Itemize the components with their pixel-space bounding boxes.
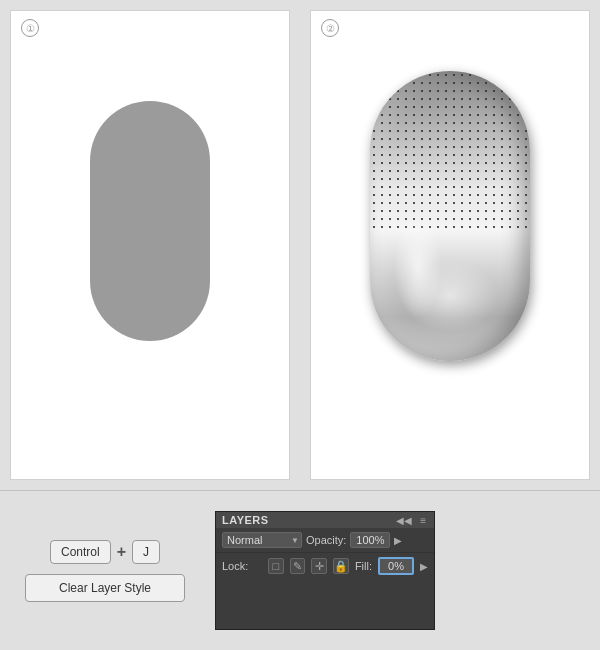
- lock-icon-all[interactable]: 🔒: [333, 558, 349, 574]
- canvas-area: ① ②: [0, 0, 600, 490]
- layers-panel: LAYERS ◀◀ ≡ Normal Dissolve Multiply Scr…: [215, 511, 435, 630]
- blend-opacity-row: Normal Dissolve Multiply Screen Overlay …: [216, 528, 434, 553]
- layers-title: LAYERS: [222, 514, 269, 526]
- blend-mode-select[interactable]: Normal Dissolve Multiply Screen Overlay: [222, 532, 302, 548]
- opacity-arrow[interactable]: ▶: [394, 535, 402, 546]
- lock-icon-brush[interactable]: ✎: [290, 558, 306, 574]
- plus-separator: +: [117, 543, 126, 561]
- simple-pill: [90, 101, 210, 341]
- opacity-input[interactable]: [350, 532, 390, 548]
- lock-fill-row: Lock: □ ✎ ✛ 🔒 Fill: ▶: [216, 553, 434, 579]
- layers-controls: ◀◀ ≡: [394, 515, 428, 526]
- metallic-pill: [370, 71, 530, 361]
- pill-bottom-shine: [402, 260, 498, 333]
- blend-mode-wrapper: Normal Dissolve Multiply Screen Overlay …: [222, 532, 302, 548]
- bottom-bar: Control + J Clear Layer Style LAYERS ◀◀ …: [0, 490, 600, 650]
- canvas-panel-1: ①: [10, 10, 290, 480]
- opacity-label: Opacity:: [306, 534, 346, 546]
- lock-label: Lock:: [222, 560, 262, 572]
- fill-label: Fill:: [355, 560, 372, 572]
- canvas-panel-2: ②: [310, 10, 590, 480]
- fill-input[interactable]: [378, 557, 414, 575]
- menu-icon[interactable]: ≡: [418, 515, 428, 526]
- panel-number-2: ②: [321, 19, 339, 37]
- j-key[interactable]: J: [132, 540, 160, 564]
- layers-header: LAYERS ◀◀ ≡: [216, 512, 434, 528]
- dots-overlay: [370, 71, 530, 231]
- control-key[interactable]: Control: [50, 540, 111, 564]
- shortcut-row: Control + J: [50, 540, 160, 564]
- lock-icon-move[interactable]: ✛: [311, 558, 327, 574]
- clear-layer-style-button[interactable]: Clear Layer Style: [25, 574, 185, 602]
- left-controls: Control + J Clear Layer Style: [15, 501, 195, 640]
- fill-arrow[interactable]: ▶: [420, 561, 428, 572]
- panel-number-1: ①: [21, 19, 39, 37]
- lock-icon-checkbox[interactable]: □: [268, 558, 284, 574]
- collapse-icon[interactable]: ◀◀: [394, 515, 414, 526]
